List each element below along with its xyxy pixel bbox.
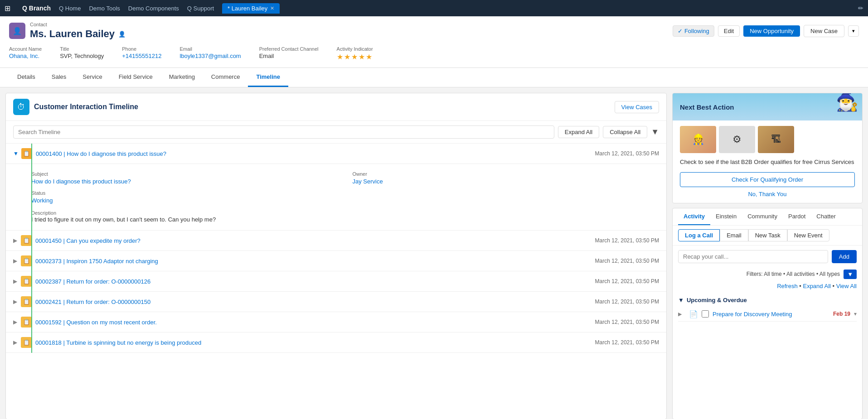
account-name-field: Account Name Ohana, Inc. — [9, 46, 42, 61]
recap-input[interactable] — [678, 250, 828, 263]
left-panel: ⏱ Customer Interaction Timeline View Cas… — [5, 93, 667, 419]
upcoming-header[interactable]: ▼ Upcoming & Overdue — [678, 297, 857, 303]
filter-button[interactable]: ▼ — [651, 127, 659, 137]
title-label: Title — [60, 46, 104, 52]
edit-button[interactable]: Edit — [718, 25, 740, 37]
case-row-2[interactable]: ▶ 📋 00002373 | Inspiron 1750 Adaptor not… — [6, 251, 666, 271]
act-tab-activity[interactable]: Activity — [678, 208, 710, 225]
tab-service[interactable]: Service — [74, 68, 110, 87]
following-button[interactable]: ✓ Following — [673, 25, 714, 37]
user-icon: 👤 — [118, 31, 126, 38]
nav-demo-components[interactable]: Demo Components — [128, 5, 179, 12]
new-opportunity-button[interactable]: New Opportunity — [743, 25, 800, 37]
view-all-link[interactable]: View All — [836, 283, 857, 289]
case-title-1[interactable]: 00001450 | Can you expedite my order? — [35, 237, 595, 244]
chevron-right-icon-5[interactable]: ▶ — [13, 319, 17, 325]
chevron-right-icon-2[interactable]: ▶ — [13, 258, 17, 264]
chevron-right-upcoming-icon[interactable]: ▶ — [678, 311, 682, 317]
act-tab-einstein[interactable]: Einstein — [710, 208, 742, 225]
case-row-4[interactable]: ▶ 📋 00002421 | Return for order: O-00000… — [6, 292, 666, 312]
subject-value[interactable]: How do I diagnose this product issue? — [31, 178, 335, 185]
tab-close-icon[interactable]: ✕ — [270, 5, 274, 11]
nav-demo-tools[interactable]: Demo Tools — [89, 5, 120, 12]
log-call-button[interactable]: Log a Call — [678, 229, 720, 241]
phone-value[interactable]: +14155551212 — [122, 53, 161, 59]
tab-timeline[interactable]: Timeline — [248, 68, 288, 87]
chevron-right-icon-4[interactable]: ▶ — [13, 299, 17, 305]
case-expand-header[interactable]: ▼ 📋 00001400 | How do I diagnose this pr… — [6, 144, 666, 164]
nba-title: Next Best Action — [680, 103, 734, 111]
active-tab[interactable]: * Lauren Bailey ✕ — [222, 3, 280, 14]
case-title-4[interactable]: 00002421 | Return for order: O-000000015… — [35, 299, 595, 305]
act-tab-chatter[interactable]: Chatter — [811, 208, 841, 225]
nba-card: Next Best Action 🧙‍♂️ 👷 ⚙ 🏗 Check to see… — [672, 93, 863, 203]
tab-field-service[interactable]: Field Service — [111, 68, 161, 87]
tab-details[interactable]: Details — [9, 68, 44, 87]
case-date-5: March 12, 2021, 03:50 PM — [595, 319, 659, 325]
check-order-button[interactable]: Check For Qualifying Order — [680, 172, 855, 187]
view-cases-button[interactable]: View Cases — [615, 101, 659, 113]
new-event-button[interactable]: New Event — [787, 229, 829, 241]
case-icon-2: 📋 — [21, 255, 32, 266]
upcoming-item-checkbox[interactable] — [702, 310, 709, 318]
expand-all-button[interactable]: Expand All — [558, 126, 599, 138]
top-nav: ⊞ Q Branch Q Home Demo Tools Demo Compon… — [0, 0, 868, 16]
upcoming-item-title[interactable]: Prepare for Discovery Meeting — [713, 311, 829, 318]
act-tab-community[interactable]: Community — [742, 208, 783, 225]
expand-all-link[interactable]: Expand All — [803, 283, 830, 289]
nav-q-support[interactable]: Q Support — [187, 5, 214, 12]
case-title-2[interactable]: 00002373 | Inspiron 1750 Adaptor not cha… — [35, 258, 595, 265]
case-title-6[interactable]: 00001818 | Turbine is spinning but no en… — [35, 339, 595, 346]
case-title-expanded[interactable]: 00001400 | How do I diagnose this produc… — [36, 150, 595, 157]
chevron-down-item-icon[interactable]: ▾ — [854, 311, 857, 317]
tab-marketing[interactable]: Marketing — [161, 68, 203, 87]
following-label: Following — [684, 28, 709, 34]
tab-commerce[interactable]: Commerce — [203, 68, 248, 87]
status-label: Status — [31, 190, 335, 196]
new-case-button[interactable]: New Case — [804, 25, 844, 37]
pref-contact-field: Preferred Contact Channel Email — [259, 46, 319, 61]
no-thanks-button[interactable]: No, Thank You — [680, 191, 855, 197]
new-task-button[interactable]: New Task — [748, 229, 787, 241]
field-row: Account Name Ohana, Inc. Title SVP, Tech… — [9, 43, 859, 64]
header-actions: ✓ Following Edit New Opportunity New Cas… — [673, 25, 859, 37]
case-date-4: March 12, 2021, 03:50 PM — [595, 299, 659, 305]
case-icon-3: 📋 — [21, 276, 32, 287]
account-name-value[interactable]: Ohana, Inc. — [9, 53, 42, 59]
chevron-right-icon-3[interactable]: ▶ — [13, 278, 17, 284]
chevron-right-icon-1[interactable]: ▶ — [13, 237, 17, 244]
grid-icon[interactable]: ⊞ — [5, 4, 10, 13]
case-title-5[interactable]: 00001592 | Question on my most recent or… — [35, 319, 595, 326]
email-button[interactable]: Email — [720, 229, 748, 241]
status-value: Working — [31, 197, 335, 204]
case-date-3: March 12, 2021, 03:50 PM — [595, 278, 659, 284]
case-row-6[interactable]: ▶ 📋 00001818 | Turbine is spinning but n… — [6, 332, 666, 353]
search-timeline-input[interactable] — [13, 125, 554, 139]
timeline-header: ⏱ Customer Interaction Timeline View Cas… — [6, 93, 666, 121]
case-row-5[interactable]: ▶ 📋 00001592 | Question on my most recen… — [6, 312, 666, 332]
chevron-down-icon[interactable]: ▼ — [13, 150, 19, 157]
refresh-link[interactable]: Refresh — [777, 283, 798, 289]
act-tab-pardot[interactable]: Pardot — [783, 208, 811, 225]
case-icon-1: 📋 — [21, 235, 32, 246]
tab-sales[interactable]: Sales — [44, 68, 75, 87]
activity-tabs: Activity Einstein Community Pardot Chatt… — [673, 208, 862, 226]
pencil-icon[interactable]: ✏ — [858, 5, 863, 12]
vertical-timeline-line — [31, 144, 32, 353]
upcoming-item-0[interactable]: ▶ 📄 Prepare for Discovery Meeting Feb 19… — [678, 307, 857, 322]
case-title-3[interactable]: 00002387 | Return for order: O-000000012… — [35, 278, 595, 285]
email-value[interactable]: lboyle1337@gmail.com — [179, 53, 241, 59]
collapse-all-button[interactable]: Collapse All — [603, 126, 647, 138]
contact-icon-box: 👤 — [9, 23, 25, 39]
case-row-1[interactable]: ▶ 📋 00001450 | Can you expedite my order… — [6, 231, 666, 251]
dropdown-arrow-button[interactable]: ▾ — [848, 25, 859, 37]
case-row-3[interactable]: ▶ 📋 00002387 | Return for order: O-00000… — [6, 271, 666, 292]
nav-q-home[interactable]: Q Home — [59, 5, 81, 12]
owner-value[interactable]: Jay Service — [353, 178, 656, 185]
chevron-right-icon-6[interactable]: ▶ — [13, 339, 17, 346]
case-date-2: March 12, 2021, 03:50 PM — [595, 258, 659, 264]
stars: ★★★★★ — [337, 53, 373, 61]
add-button[interactable]: Add — [832, 250, 857, 263]
record-tabs: Details Sales Service Field Service Mark… — [0, 68, 868, 87]
filter-icon-button[interactable]: ▼ — [844, 270, 857, 279]
